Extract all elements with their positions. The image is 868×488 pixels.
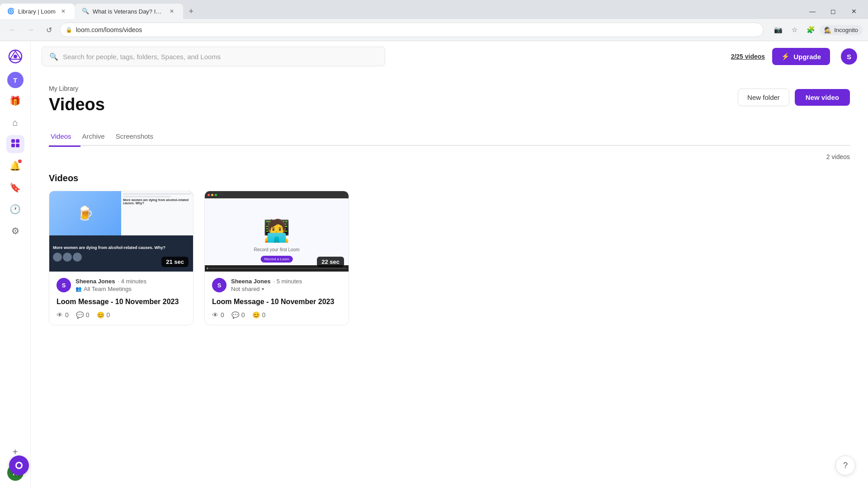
reactions-stat-2: 😊 0	[252, 311, 266, 319]
sidebar-item-gift[interactable]: 🎁	[6, 92, 24, 110]
incognito-icon: 🕵	[824, 27, 831, 33]
camera-off-icon[interactable]: 📷	[771, 23, 785, 37]
back-button[interactable]: ←	[5, 23, 20, 37]
video-meta-text-1: Sheena Jones · 4 minutes 👥 All Team Meet…	[75, 278, 146, 292]
incognito-badge[interactable]: 🕵 Incognito	[820, 25, 863, 35]
video-count-text: 2/25 videos	[731, 53, 765, 60]
video-stats-1: 👁 0 💬 0 😊 0	[57, 311, 186, 319]
author-avatar-2: S	[212, 278, 226, 292]
team-avatar[interactable]: T	[7, 72, 24, 88]
video-card-body-2: S Sheena Jones · 5 minutes Not shared ▾	[205, 272, 349, 325]
reaction-icon-1: 😊	[97, 311, 104, 319]
page-title: Videos	[49, 95, 105, 114]
tab-favicon-1: 🌀	[7, 8, 14, 15]
notification-badge	[18, 160, 22, 163]
video-meta-1: S Sheena Jones · 4 minutes 👥 All Team Me…	[57, 278, 186, 292]
tab-videos[interactable]: Videos	[49, 128, 80, 147]
eye-icon-1: 👁	[57, 311, 63, 319]
tab-screenshots[interactable]: Screenshots	[114, 128, 162, 147]
main-content: 🔍 2/25 videos ⚡ Upgrade S My Library Vid…	[31, 41, 868, 488]
videos-grid: 🍺 More women are dying from alcohol-rela…	[49, 191, 850, 325]
tab-close-2[interactable]: ✕	[168, 7, 176, 15]
top-bar: 🔍 2/25 videos ⚡ Upgrade S	[31, 41, 868, 72]
help-button[interactable]: ?	[835, 455, 855, 475]
svg-point-1	[14, 55, 17, 58]
header-actions: New folder New video	[738, 89, 850, 106]
tab-title-1: Library | Loom	[18, 8, 56, 15]
author-avatar-1: S	[57, 278, 71, 292]
tab-library[interactable]: 🌀 Library | Loom ✕	[0, 4, 75, 19]
incognito-label: Incognito	[834, 27, 858, 33]
star-icon[interactable]: ☆	[787, 23, 802, 37]
extensions-icon[interactable]: 🧩	[803, 23, 818, 37]
comment-icon-2: 💬	[231, 311, 239, 319]
tab-close-1[interactable]: ✕	[59, 7, 67, 15]
tabs: Videos Archive Screenshots	[49, 127, 850, 146]
page-title-area: My Library Videos	[49, 85, 105, 114]
svg-point-7	[17, 463, 21, 468]
comments-stat-1: 💬 0	[76, 311, 90, 319]
close-button[interactable]: ✕	[844, 4, 864, 19]
address-text: loom.com/looms/videos	[76, 26, 758, 33]
browser-chrome: 🌀 Library | Loom ✕ 🔍 What is Veterans Da…	[0, 0, 868, 41]
address-bar-row: ← → ↺ 🔒 loom.com/looms/videos 📷 ☆ 🧩 🕵 In…	[0, 19, 868, 41]
duration-badge-1: 21 sec	[161, 257, 189, 267]
video-title-1: Loom Message - 10 November 2023	[57, 297, 186, 307]
home-icon: ⌂	[12, 117, 18, 128]
forward-button[interactable]: →	[24, 23, 38, 37]
tab-favicon-2: 🔍	[82, 8, 89, 15]
views-stat-1: 👁 0	[57, 311, 69, 319]
user-avatar[interactable]: S	[841, 48, 857, 65]
tab-veterans[interactable]: 🔍 What is Veterans Day? Is it a fed... ✕	[75, 4, 183, 19]
video-card-1[interactable]: 🍺 More women are dying from alcohol-rela…	[49, 191, 193, 325]
lightning-icon: ⚡	[781, 52, 790, 61]
users-icon-1: 👥	[75, 286, 82, 292]
upgrade-button[interactable]: ⚡ Upgrade	[772, 48, 830, 65]
svg-rect-2	[11, 139, 15, 143]
sidebar-item-bookmarks[interactable]: 🔖	[6, 178, 24, 197]
reaction-icon-2: 😊	[252, 311, 260, 319]
sidebar-item-notifications[interactable]: 🔔	[6, 157, 24, 175]
gear-icon: ⚙	[11, 225, 19, 236]
video-card-2[interactable]: 🧑‍💻 Record your first Loom Record a Loom…	[204, 191, 349, 325]
author-name-1: Sheena Jones	[75, 278, 115, 285]
sidebar: T 🎁 ⌂ 🔔 🔖 🕐	[0, 41, 31, 488]
new-tab-button[interactable]: +	[185, 5, 198, 18]
new-video-button[interactable]: New video	[795, 89, 850, 106]
svg-rect-5	[16, 144, 19, 147]
video-time-1: · 4 minutes	[118, 278, 146, 285]
window-controls: — ◻ ✕	[802, 4, 868, 19]
reload-button[interactable]: ↺	[42, 23, 56, 37]
record-button[interactable]	[9, 455, 29, 475]
svg-rect-3	[16, 139, 19, 143]
minimize-button[interactable]: —	[802, 4, 823, 19]
sidebar-item-home[interactable]: ⌂	[6, 113, 24, 131]
loom-logo[interactable]	[7, 48, 24, 65]
gift-icon: 🎁	[9, 95, 21, 106]
tabs-section: Videos Archive Screenshots 2 videos	[49, 127, 850, 164]
sidebar-item-library[interactable]	[6, 135, 24, 153]
address-bar[interactable]: 🔒 loom.com/looms/videos	[60, 23, 764, 37]
new-folder-button[interactable]: New folder	[738, 89, 789, 106]
video-meta-2: S Sheena Jones · 5 minutes Not shared ▾	[212, 278, 341, 292]
video-thumbnail-1: 🍺 More women are dying from alcohol-rela…	[49, 191, 193, 272]
page-header: My Library Videos New folder New video	[49, 85, 850, 114]
chevron-down-icon: ▾	[262, 286, 264, 291]
search-input[interactable]	[63, 53, 377, 61]
svg-rect-4	[11, 144, 15, 147]
tab-title-2: What is Veterans Day? Is it a fed...	[93, 8, 164, 15]
video-time-2: · 5 minutes	[273, 278, 302, 285]
lock-icon: 🔒	[66, 27, 72, 33]
search-bar[interactable]: 🔍	[42, 47, 385, 66]
sidebar-item-recent[interactable]: 🕐	[6, 200, 24, 218]
sidebar-item-settings[interactable]: ⚙	[6, 222, 24, 240]
tab-archive[interactable]: Archive	[80, 128, 114, 147]
restore-button[interactable]: ◻	[823, 4, 844, 19]
video-title-2: Loom Message - 10 November 2023	[212, 297, 341, 307]
page-content: My Library Videos New folder New video V…	[31, 72, 868, 488]
video-card-body-1: S Sheena Jones · 4 minutes 👥 All Team Me…	[49, 272, 193, 325]
video-shared-2[interactable]: Not shared ▾	[231, 286, 302, 292]
video-count-display: 2/25 videos	[731, 53, 765, 60]
search-icon: 🔍	[49, 52, 58, 61]
video-stats-2: 👁 0 💬 0 😊 0	[212, 311, 341, 319]
